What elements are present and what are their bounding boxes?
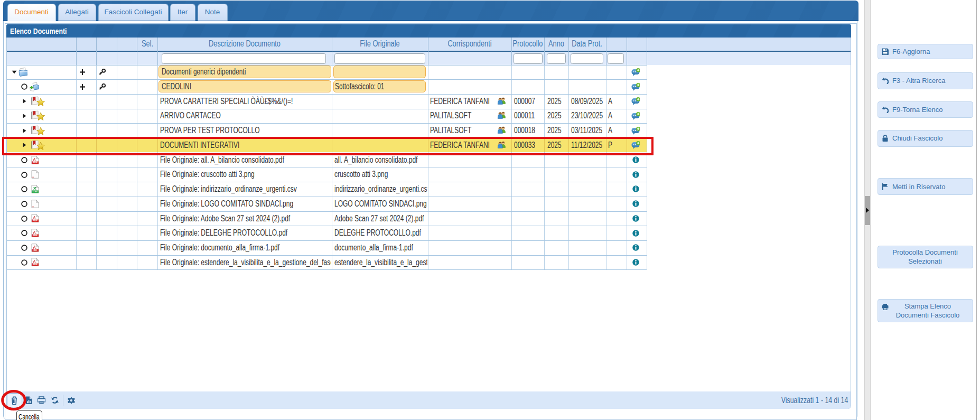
svg-text:PDF: PDF xyxy=(32,161,37,164)
svg-text:PDF: PDF xyxy=(32,264,37,266)
svg-text:CSV: CSV xyxy=(32,190,37,193)
svg-text:PDF: PDF xyxy=(32,220,37,222)
svg-text:PDF: PDF xyxy=(32,234,37,237)
svg-text:PDF: PDF xyxy=(32,249,37,251)
